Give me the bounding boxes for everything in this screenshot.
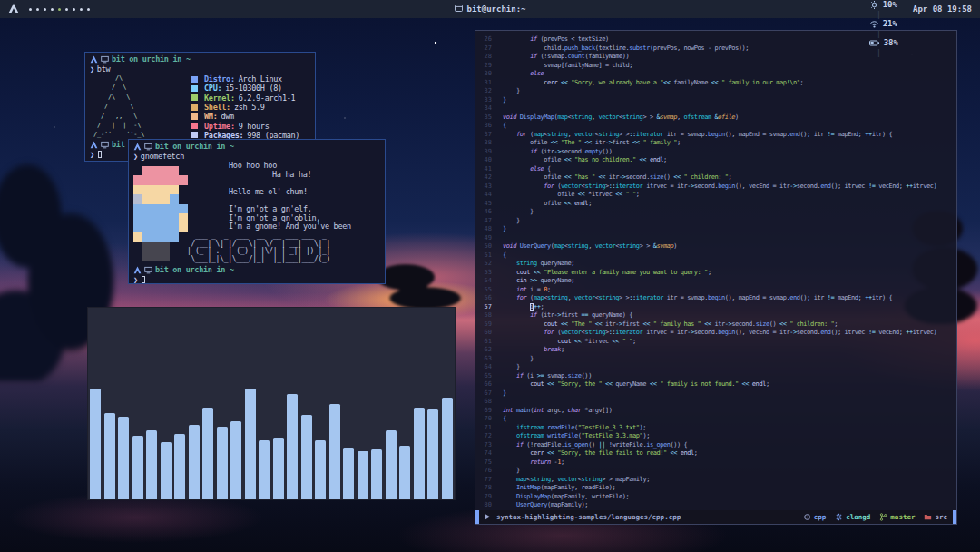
separator: | <box>877 10 881 19</box>
color-swatch <box>191 113 198 120</box>
statusline-master: master <box>879 513 915 521</box>
code-line-77: 77 map<string, vector<string> > mapFamil… <box>479 476 956 485</box>
pixel-cell <box>152 251 161 261</box>
audio-visualizer-window[interactable] <box>87 307 456 500</box>
pixel-cell <box>161 222 170 232</box>
code-line-64: 64 } <box>479 363 956 372</box>
pixel-cell <box>179 166 188 175</box>
code-line-31: 31 cerr << "Sorry, we already have a "<<… <box>479 79 956 88</box>
pixel-cell <box>161 166 170 175</box>
gear-icon <box>835 513 843 521</box>
pixel-cell <box>152 222 161 232</box>
color-swatch <box>191 76 198 83</box>
visualizer-bar-19 <box>343 448 354 499</box>
workspace-dot-7[interactable] <box>73 8 75 11</box>
statusline-clangd: clangd <box>835 513 870 521</box>
code-line-36: 36{ <box>479 122 956 131</box>
fetch-info-row: WM:dwm <box>191 112 299 121</box>
pixel-cell <box>170 232 179 242</box>
fetch-info-row: CPU:i5-10300H (8) <box>191 84 299 93</box>
visualizer-bar-5 <box>146 430 157 499</box>
pixel-cell <box>133 242 142 251</box>
pixel-cell <box>152 204 161 213</box>
color-swatch <box>191 132 198 138</box>
wifi-icon <box>869 19 879 29</box>
cpu-icon <box>869 0 879 10</box>
arch-icon <box>133 266 142 274</box>
code-line-49: 49 <box>479 234 956 243</box>
pixel-cell <box>161 242 170 251</box>
code-line-42: 42 ofile << "has " << itr->second.size()… <box>479 173 956 182</box>
arch-icon <box>133 143 142 151</box>
fetch-value: i5-10300H (8) <box>225 84 282 93</box>
visualizer-bar-3 <box>118 417 129 499</box>
terminal-title: bit on urchin in ~ <box>112 54 191 64</box>
workspace-dot-3[interactable] <box>44 8 46 11</box>
fetch-value: zsh 5.9 <box>234 103 265 112</box>
code-line-76: 76 } <box>479 467 956 476</box>
visualizer-bar-4 <box>132 436 143 499</box>
prompt-symbol: ❯ <box>133 275 138 284</box>
color-swatch <box>191 94 198 101</box>
color-swatch <box>191 85 198 92</box>
pixel-cell <box>142 204 152 213</box>
pixel-cell <box>170 222 179 232</box>
desktop: bit@urchin:~ 30%|15%|10%|21%|38%| Apr 08… <box>0 0 980 552</box>
workspace-indicators[interactable] <box>29 8 90 11</box>
code-line-47: 47 } <box>479 217 956 226</box>
gnome-pixel-art <box>133 166 188 261</box>
vim-pennant-icon <box>484 513 491 521</box>
pixel-cell <box>161 175 170 184</box>
pixel-cell <box>142 213 152 222</box>
code-line-39: 39 if (itr->second.empty()) <box>479 148 956 157</box>
pixel-cell <box>152 232 161 242</box>
editor-cursor <box>530 303 534 310</box>
workspace-dot-8[interactable] <box>80 8 83 11</box>
workspace-dot-5[interactable] <box>58 8 61 11</box>
pixel-cell <box>170 194 179 203</box>
visualizer-bar-12 <box>245 389 256 499</box>
clock: Apr 08 19:58 <box>913 5 972 14</box>
monitor-icon <box>101 141 109 149</box>
pixel-cell <box>142 232 152 242</box>
visualizer-bar-22 <box>386 430 397 499</box>
pixel-cell <box>152 166 161 175</box>
monitor-icon <box>144 143 152 151</box>
visualizer-bar-16 <box>301 415 312 499</box>
pixel-cell <box>142 166 152 175</box>
pixel-cell <box>170 166 179 175</box>
code-line-52: 52 string queryName; <box>479 260 956 269</box>
gnomed-ascii-art: ___ _ _ ___ __ __ ___ ___ _ / __| \| |/ … <box>187 232 330 264</box>
pixel-cell <box>161 251 170 261</box>
code-area[interactable]: 26 if (prevPos < textSize)27 child.push_… <box>475 31 956 510</box>
arch-icon <box>90 141 98 149</box>
prompt-symbol: ❯ <box>133 152 138 161</box>
workspace-dot-6[interactable] <box>65 8 68 11</box>
code-editor-window[interactable]: 26 if (prevPos < textSize)27 child.push_… <box>475 30 957 525</box>
fetch-label: CPU: <box>204 84 221 93</box>
fetch-info-row: Shell:zsh 5.9 <box>191 103 299 112</box>
separator: | <box>877 29 881 38</box>
color-swatch <box>191 104 198 111</box>
statusline-src: src <box>924 513 947 521</box>
fetch-value: dwm <box>220 112 233 121</box>
statusline-right-block <box>953 510 956 524</box>
pixel-cell <box>152 213 161 222</box>
workspace-dot-1[interactable] <box>29 8 32 11</box>
code-line-37: 37 for (map<string, vector<string> >::it… <box>479 131 956 140</box>
pixel-cell <box>170 242 179 251</box>
visualizer-bar-25 <box>427 409 438 499</box>
pixel-cell <box>161 194 170 203</box>
workspace-dot-2[interactable] <box>36 8 39 11</box>
pixel-cell <box>179 204 188 213</box>
terminal-gnome-window[interactable]: bit on urchin in ~ ❯ gnomefetch Hoo hoo … <box>128 139 386 284</box>
code-line-55: 55 int i = 0; <box>479 286 956 295</box>
visualizer-bar-21 <box>371 449 382 499</box>
code-line-68: 68 <box>479 398 956 407</box>
code-line-29: 29 svmap[familyName] = child; <box>479 62 956 71</box>
code-line-56: 56 for (map<string, vector<string> >::it… <box>479 294 956 303</box>
visualizer-bar-11 <box>230 421 241 500</box>
workspace-dot-4[interactable] <box>51 8 54 11</box>
fetch-info-row: Kernel:6.2.9-arch1-1 <box>191 94 299 103</box>
workspace-dot-9[interactable] <box>87 8 90 11</box>
